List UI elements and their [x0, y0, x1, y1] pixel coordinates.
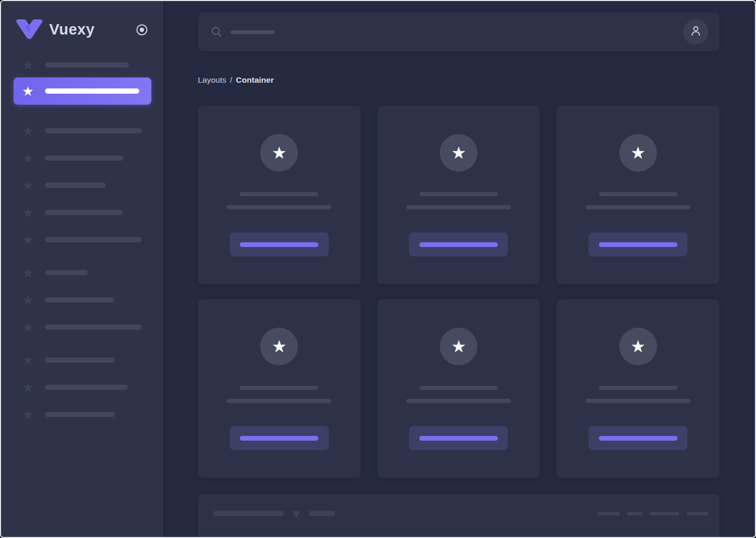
sidebar-header: Vuexy: [1, 1, 163, 40]
skeleton-bar: [45, 183, 106, 188]
app-title: Vuexy: [49, 21, 134, 38]
card-action-button[interactable]: [409, 232, 508, 256]
card-action-button[interactable]: [588, 426, 687, 450]
breadcrumb-current-page: Container: [236, 75, 274, 84]
star-icon: ★: [22, 266, 37, 279]
footer-link-skeleton: [650, 512, 679, 515]
star-icon: ★: [22, 58, 37, 72]
sidebar-item[interactable]: ★: [22, 58, 163, 72]
button-label-skeleton: [419, 242, 498, 247]
sidebar-item[interactable]: ★: [22, 178, 163, 192]
button-label-skeleton: [599, 436, 677, 441]
star-icon: ★: [272, 338, 287, 355]
button-label-skeleton: [599, 242, 677, 247]
card-action-button[interactable]: [230, 426, 329, 450]
card-action-button[interactable]: [588, 232, 687, 256]
placeholder-card: ★: [198, 299, 361, 478]
footer-link-skeleton: [686, 512, 708, 515]
footer-skeleton-bar: [309, 511, 335, 516]
star-icon: ★: [22, 124, 37, 138]
card-action-button[interactable]: [230, 232, 329, 256]
search-placeholder-skeleton: [230, 30, 275, 34]
search-input[interactable]: [210, 26, 683, 38]
sidebar-item[interactable]: ★: [22, 408, 163, 421]
footer-skeleton-bar: [213, 511, 284, 516]
card-skeleton-line: [240, 192, 318, 196]
skeleton-bar: [45, 324, 141, 330]
star-icon: ★: [22, 233, 37, 246]
skeleton-bar: [45, 357, 115, 363]
button-label-skeleton: [419, 436, 498, 441]
breadcrumb: Layouts/Container: [198, 75, 719, 85]
card-skeleton-line: [599, 192, 677, 196]
vuexy-logo-icon[interactable]: [16, 19, 43, 40]
footer-link-skeleton: [597, 512, 620, 515]
card-skeleton-line: [240, 386, 318, 390]
skeleton-bar: [45, 297, 114, 302]
card-skeleton-line: [227, 205, 331, 209]
person-icon: [689, 24, 703, 40]
card-avatar-circle: ★: [440, 328, 477, 365]
sidebar-item[interactable]: ★: [22, 320, 163, 334]
card-skeleton-line: [599, 386, 677, 390]
star-icon: ★: [630, 144, 646, 161]
placeholder-card: ★: [377, 299, 540, 478]
sidebar-item[interactable]: ★: [22, 151, 163, 165]
skeleton-bar: [45, 270, 88, 275]
card-skeleton-line: [586, 205, 691, 209]
card-avatar-circle: ★: [619, 328, 657, 365]
sidebar-item[interactable]: ★: [22, 124, 163, 138]
footer-left: ♥: [213, 507, 590, 520]
skeleton-bar: [45, 385, 128, 390]
sidebar-item[interactable]: ★: [22, 380, 163, 394]
sidebar-item[interactable]: ★: [22, 266, 163, 279]
card-avatar-circle: ★: [260, 328, 298, 365]
skeleton-bar: [45, 128, 142, 133]
skeleton-bar: [45, 210, 123, 215]
breadcrumb-separator: /: [230, 75, 232, 84]
placeholder-card: ★: [557, 299, 719, 478]
skeleton-bar: [45, 155, 124, 161]
skeleton-bar: [45, 88, 139, 94]
sidebar-nav: ★★★★★★★★★★★★★: [1, 58, 163, 421]
app-window: Vuexy ★★★★★★★★★★★★★: [0, 0, 756, 538]
sidebar-item[interactable]: ★: [22, 353, 163, 367]
footer-links: [590, 512, 708, 515]
sidebar: Vuexy ★★★★★★★★★★★★★: [1, 1, 163, 537]
star-icon: ★: [451, 338, 466, 355]
star-icon: ★: [22, 178, 37, 192]
star-icon: ★: [451, 144, 466, 161]
card-grid: ★★★★★★: [198, 106, 719, 478]
search-icon: [210, 26, 223, 38]
card-skeleton-line: [419, 192, 498, 196]
skeleton-bar: [45, 412, 115, 417]
sidebar-item[interactable]: ★: [22, 233, 163, 246]
heart-icon: ♥: [292, 507, 300, 520]
button-label-skeleton: [240, 242, 318, 247]
pin-radio-icon[interactable]: [134, 22, 150, 38]
user-avatar[interactable]: [683, 19, 708, 44]
star-icon: ★: [272, 144, 287, 161]
button-label-skeleton: [240, 436, 318, 441]
sidebar-item-active[interactable]: ★: [14, 77, 151, 105]
star-icon: ★: [22, 320, 37, 334]
sidebar-item[interactable]: ★: [22, 293, 163, 307]
placeholder-card: ★: [198, 106, 361, 284]
breadcrumb-section[interactable]: Layouts: [198, 75, 226, 84]
sidebar-item[interactable]: ★: [22, 206, 163, 219]
star-icon: ★: [22, 380, 37, 394]
footer-link-skeleton: [627, 512, 642, 515]
star-icon: ★: [22, 293, 37, 307]
star-icon: ★: [22, 353, 37, 367]
card-skeleton-line: [586, 399, 691, 403]
card-avatar-circle: ★: [619, 134, 657, 172]
star-icon: ★: [22, 408, 37, 421]
skeleton-bar: [45, 237, 141, 242]
card-avatar-circle: ★: [440, 134, 477, 172]
star-icon: ★: [22, 151, 37, 165]
card-skeleton-line: [227, 399, 331, 403]
footer: ♥: [198, 494, 719, 538]
card-skeleton-line: [419, 386, 498, 390]
placeholder-card: ★: [557, 106, 719, 284]
card-action-button[interactable]: [409, 426, 508, 450]
